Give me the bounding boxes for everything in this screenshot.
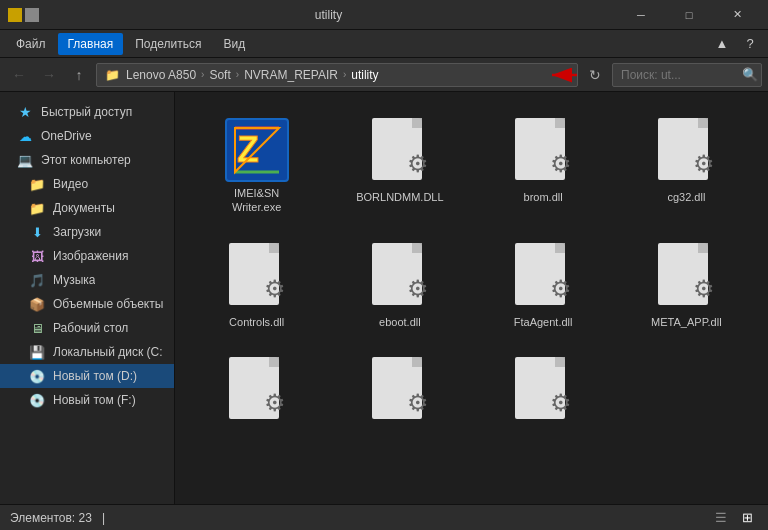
breadcrumb-soft: Soft bbox=[209, 68, 230, 82]
sidebar-item-new-volume-d[interactable]: 💿 Новый том (D:) bbox=[0, 364, 174, 388]
imei-z-graphic: Z bbox=[231, 124, 283, 176]
sidebar-item-new-volume-f[interactable]: 💿 Новый том (F:) bbox=[0, 388, 174, 412]
dll-icon-ftaagent: ⚙ bbox=[515, 243, 571, 307]
breadcrumb-current: utility bbox=[351, 68, 378, 82]
breadcrumb[interactable]: 📁 Lenovo A850 › Soft › NVRAM_REPAIR › ut… bbox=[96, 63, 578, 87]
grid-view-button[interactable]: ⊞ bbox=[736, 508, 758, 528]
dll-icon-partial-3: ⚙ bbox=[515, 357, 571, 421]
folder-docs-icon: 📁 bbox=[28, 201, 46, 215]
sidebar-item-onedrive[interactable]: ☁ OneDrive bbox=[0, 124, 174, 148]
search-wrapper: 🔍 bbox=[612, 63, 762, 87]
breadcrumb-sep-1: › bbox=[201, 69, 204, 80]
sidebar-label-images: Изображения bbox=[53, 249, 128, 263]
sidebar-label-documents: Документы bbox=[53, 201, 115, 215]
sidebar-item-quick-access[interactable]: ★ Быстрый доступ bbox=[0, 100, 174, 124]
search-button[interactable]: 🔍 bbox=[742, 67, 758, 82]
dll-icon-cg32: ⚙ bbox=[658, 118, 714, 182]
menu-expand-button[interactable]: ▲ bbox=[710, 33, 734, 55]
menu-home[interactable]: Главная bbox=[58, 33, 124, 55]
dll-icon-meta-app: ⚙ bbox=[658, 243, 714, 307]
drive-new-f-icon: 💿 bbox=[28, 393, 46, 407]
search-input[interactable] bbox=[612, 63, 762, 87]
gear-icon-controls: ⚙ bbox=[261, 275, 289, 303]
file-area: Z IMEI&SNWriter.exe ⚙ bbox=[175, 92, 768, 504]
gear-icon-borlndmm: ⚙ bbox=[404, 150, 432, 178]
sidebar-item-this-computer[interactable]: 💻 Этот компьютер bbox=[0, 148, 174, 172]
file-label-cg32-dll: cg32.dll bbox=[667, 190, 705, 204]
dll-icon-wrapper-ftaagent: ⚙ bbox=[507, 239, 579, 311]
folder-icon-small: 📁 bbox=[105, 68, 120, 82]
dll-icon-wrapper-borlndmm: ⚙ bbox=[364, 114, 436, 186]
gear-icon-brom: ⚙ bbox=[547, 150, 575, 178]
dll-icon-wrapper-partial-2: ⚙ bbox=[364, 353, 436, 425]
file-item-eboot-dll[interactable]: ⚙ eboot.dll bbox=[332, 231, 467, 337]
status-bar: Элементов: 23 | ☰ ⊞ bbox=[0, 504, 768, 530]
dll-icon-partial-1: ⚙ bbox=[229, 357, 285, 421]
gear-icon-partial-2: ⚙ bbox=[404, 389, 432, 417]
menu-file[interactable]: Файл bbox=[6, 33, 56, 55]
red-arrow-icon bbox=[542, 64, 578, 86]
gear-icon-eboot: ⚙ bbox=[404, 275, 432, 303]
file-item-partial-3[interactable]: ⚙ bbox=[476, 345, 611, 437]
file-item-ftaagent-dll[interactable]: ⚙ FtaAgent.dll bbox=[476, 231, 611, 337]
breadcrumb-lenovo: Lenovo A850 bbox=[126, 68, 196, 82]
folder-icon-yellow bbox=[8, 8, 22, 22]
sidebar-item-documents[interactable]: 📁 Документы bbox=[0, 196, 174, 220]
title-bar: utility ─ □ ✕ bbox=[0, 0, 768, 30]
refresh-button[interactable]: ↻ bbox=[582, 62, 608, 88]
sidebar-label-new-volume-d: Новый том (D:) bbox=[53, 369, 137, 383]
file-item-imei-sn-writer[interactable]: Z IMEI&SNWriter.exe bbox=[189, 106, 324, 223]
sidebar-item-desktop[interactable]: 🖥 Рабочий стол bbox=[0, 316, 174, 340]
breadcrumb-nvram: NVRAM_REPAIR bbox=[244, 68, 338, 82]
status-right: ☰ ⊞ bbox=[710, 508, 758, 528]
sidebar-label-video: Видео bbox=[53, 177, 88, 191]
help-button[interactable]: ? bbox=[738, 33, 762, 55]
dll-icon-controls: ⚙ bbox=[229, 243, 285, 307]
title-bar-icons bbox=[8, 8, 39, 22]
file-label-borlndmm-dll: BORLNDMM.DLL bbox=[356, 190, 443, 204]
file-item-meta-app-dll[interactable]: ⚙ META_APP.dll bbox=[619, 231, 754, 337]
list-view-button[interactable]: ☰ bbox=[710, 508, 732, 528]
file-grid: Z IMEI&SNWriter.exe ⚙ bbox=[185, 102, 758, 441]
sidebar-label-music: Музыка bbox=[53, 273, 95, 287]
maximize-button[interactable]: □ bbox=[666, 0, 712, 30]
sidebar-item-video[interactable]: 📁 Видео bbox=[0, 172, 174, 196]
folder-music-icon: 🎵 bbox=[28, 273, 46, 287]
address-bar: ← → ↑ 📁 Lenovo A850 › Soft › NVRAM_REPAI… bbox=[0, 58, 768, 92]
breadcrumb-item: 📁 Lenovo A850 › Soft › NVRAM_REPAIR › ut… bbox=[105, 68, 379, 82]
sidebar-item-images[interactable]: 🖼 Изображения bbox=[0, 244, 174, 268]
sidebar-item-local-drive-c[interactable]: 💾 Локальный диск (C: bbox=[0, 340, 174, 364]
close-button[interactable]: ✕ bbox=[714, 0, 760, 30]
minimize-button[interactable]: ─ bbox=[618, 0, 664, 30]
folder-3d-icon: 📦 bbox=[28, 297, 46, 311]
sidebar-item-3d-objects[interactable]: 📦 Объемные объекты bbox=[0, 292, 174, 316]
dll-icon-wrapper-controls: ⚙ bbox=[221, 239, 293, 311]
back-button[interactable]: ← bbox=[6, 62, 32, 88]
menu-bar-right: ▲ ? bbox=[710, 33, 762, 55]
status-text: Элементов: 23 bbox=[10, 511, 92, 525]
file-item-cg32-dll[interactable]: ⚙ cg32.dll bbox=[619, 106, 754, 223]
file-item-controls-dll[interactable]: ⚙ Controls.dll bbox=[189, 231, 324, 337]
file-item-partial-1[interactable]: ⚙ bbox=[189, 345, 324, 437]
sidebar-label-quick-access: Быстрый доступ bbox=[41, 105, 132, 119]
file-label-ftaagent-dll: FtaAgent.dll bbox=[514, 315, 573, 329]
dll-icon-wrapper-brom: ⚙ bbox=[507, 114, 579, 186]
dll-icon-brom: ⚙ bbox=[515, 118, 571, 182]
imei-exe-icon-wrapper: Z bbox=[221, 114, 293, 186]
file-item-partial-2[interactable]: ⚙ bbox=[332, 345, 467, 437]
sidebar-label-local-drive-c: Локальный диск (C: bbox=[53, 345, 163, 359]
sidebar-item-music[interactable]: 🎵 Музыка bbox=[0, 268, 174, 292]
forward-button[interactable]: → bbox=[36, 62, 62, 88]
dll-icon-wrapper-meta-app: ⚙ bbox=[650, 239, 722, 311]
file-item-brom-dll[interactable]: ⚙ brom.dll bbox=[476, 106, 611, 223]
file-label-brom-dll: brom.dll bbox=[524, 190, 563, 204]
cloud-icon: ☁ bbox=[16, 129, 34, 143]
menu-share[interactable]: Поделиться bbox=[125, 33, 211, 55]
file-item-borlndmm-dll[interactable]: ⚙ BORLNDMM.DLL bbox=[332, 106, 467, 223]
sidebar-label-3d-objects: Объемные объекты bbox=[53, 297, 163, 311]
folder-img-icon: 🖼 bbox=[28, 249, 46, 263]
menu-view[interactable]: Вид bbox=[213, 33, 255, 55]
folder-video-icon: 📁 bbox=[28, 177, 46, 191]
sidebar-item-downloads[interactable]: ⬇ Загрузки bbox=[0, 220, 174, 244]
up-button[interactable]: ↑ bbox=[66, 62, 92, 88]
